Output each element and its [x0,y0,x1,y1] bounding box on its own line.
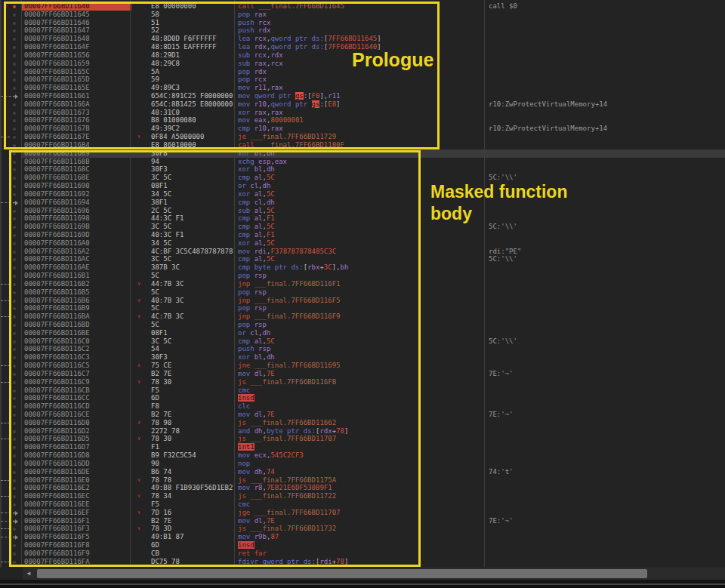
comment-cell: 74:'t' [489,468,723,476]
scrollbar-corner [0,568,23,580]
comment-cell: 5C:'\\' [489,255,723,263]
scroll-left-arrow-icon[interactable]: ◀ [23,568,35,580]
masked-body-annotation-box [9,150,421,567]
masked-body-label-line2: body [430,203,567,225]
prologue-annotation-box [4,2,440,149]
comment-separator[interactable] [484,0,485,567]
comment-cell: call $0 [489,2,723,11]
disassembly-view: 00007FF66BD11640E8 00000000call ___final… [0,0,725,588]
horizontal-scrollbar[interactable]: ◀ [23,568,725,580]
comment-cell: 7E:'~' [489,517,723,525]
comment-cell: r10:ZwProtectVirtualMemory+14 [489,100,723,109]
comment-cell: r10:ZwProtectVirtualMemory+14 [489,125,723,133]
prologue-label: Prologue [352,56,433,64]
comment-cell: 5C:'\\' [489,337,723,346]
comment-cell: rdi:"PE" [489,248,723,256]
scrollbar-thumb[interactable] [37,569,647,578]
bottom-edge [0,585,725,588]
masked-body-label: Masked function body [430,181,567,225]
comment-cell: 7E:'~' [489,370,723,378]
masked-body-label-line1: Masked function [430,181,567,203]
comment-cell: 7E:'~' [489,411,723,419]
